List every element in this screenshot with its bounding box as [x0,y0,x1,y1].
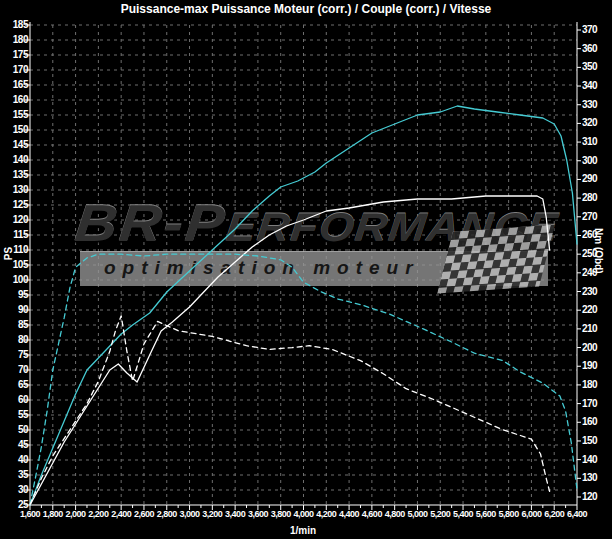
x-tick-label: 2,200 [83,509,113,519]
y-right-tick-label: 370 [582,25,612,35]
x-tick-label: 3,000 [175,509,205,519]
y-right-tick-label: 160 [582,417,612,427]
y-right-tick-label: 170 [582,399,612,409]
y-right-tick-label: 190 [582,361,612,371]
y-left-tick-label: 80 [2,335,28,345]
y-left-tick-label: 30 [2,485,28,495]
y-left-tick-label: 70 [2,365,28,375]
y-right-tick-label: 340 [582,81,612,91]
y-left-tick-label: 50 [2,425,28,435]
y-left-tick-label: 125 [2,200,28,210]
y-right-tick-label: 250 [582,249,612,259]
watermark-checkered-flag-icon [437,225,555,294]
y-right-tick-label: 300 [582,156,612,166]
x-tick-label: 4,800 [380,509,410,519]
y-left-tick-label: 130 [2,185,28,195]
x-tick-label: 3,400 [220,509,250,519]
y-left-tick-label: 180 [2,35,28,45]
x-tick-label: 5,000 [402,509,432,519]
x-tick-label: 2,000 [61,509,91,519]
y-right-tick-label: 150 [582,436,612,446]
x-tick-label: 3,800 [266,509,296,519]
y-left-tick-label: 175 [2,50,28,60]
y-left-tick-label: 100 [2,275,28,285]
x-tick-label: 2,800 [152,509,182,519]
y-axis-left-unit: PS [3,242,14,266]
x-tick-label: 1,600 [15,509,45,519]
y-right-tick-label: 330 [582,100,612,110]
y-left-tick-label: 120 [2,215,28,225]
watermark-band-text: optimisation moteur [104,257,420,279]
y-right-tick-label: 290 [582,174,612,184]
y-left-tick-label: 75 [2,350,28,360]
chart-title: Puissance-max Puissance Moteur (corr.) /… [0,2,612,16]
x-axis-unit: 1/min [263,525,343,536]
y-right-tick-label: 360 [582,44,612,54]
y-right-tick-label: 210 [582,324,612,334]
series-solid-left [30,106,577,505]
x-tick-label: 2,600 [129,509,159,519]
y-right-tick-label: 230 [582,287,612,297]
y-left-tick-label: 135 [2,170,28,180]
y-left-tick-label: 115 [2,230,28,240]
y-right-tick-label: 320 [582,118,612,128]
x-tick-label: 4,200 [311,509,341,519]
x-tick-label: 5,800 [494,509,524,519]
x-tick-label: 1,800 [38,509,68,519]
y-right-tick-label: 310 [582,137,612,147]
y-left-tick-label: 150 [2,125,28,135]
y-right-tick-label: 240 [582,268,612,278]
x-tick-label: 6,200 [539,509,569,519]
y-left-tick-label: 40 [2,455,28,465]
y-left-tick-label: 165 [2,80,28,90]
y-left-tick-label: 25 [2,500,28,510]
y-left-tick-label: 95 [2,290,28,300]
y-left-tick-label: 155 [2,110,28,120]
y-left-tick-label: 170 [2,65,28,75]
y-left-tick-label: 65 [2,380,28,390]
y-right-tick-label: 130 [582,473,612,483]
watermark-logo-big: BR-P [72,194,229,252]
y-left-tick-label: 60 [2,395,28,405]
y-right-tick-label: 200 [582,343,612,353]
series-dashed-right [30,254,577,504]
x-tick-label: 4,000 [289,509,319,519]
y-left-tick-label: 90 [2,305,28,315]
dyno-chart: Puissance-max Puissance Moteur (corr.) /… [0,0,612,539]
x-tick-label: 3,200 [197,509,227,519]
x-tick-label: 5,200 [425,509,455,519]
series-dashed-right [30,316,550,505]
x-tick-label: 2,400 [106,509,136,519]
x-tick-label: 4,400 [334,509,364,519]
y-left-tick-label: 185 [2,20,28,30]
y-left-tick-label: 35 [2,470,28,480]
y-right-tick-label: 140 [582,455,612,465]
y-left-tick-label: 145 [2,140,28,150]
y-left-tick-label: 140 [2,155,28,165]
y-left-tick-label: 55 [2,410,28,420]
y-left-tick-label: 85 [2,320,28,330]
y-right-tick-label: 180 [582,380,612,390]
y-left-tick-label: 160 [2,95,28,105]
y-left-tick-label: 45 [2,440,28,450]
y-left-tick-label: 105 [2,260,28,270]
x-tick-label: 4,600 [357,509,387,519]
x-tick-label: 5,400 [448,509,478,519]
y-right-tick-label: 220 [582,305,612,315]
x-tick-label: 5,600 [471,509,501,519]
x-tick-label: 3,600 [243,509,273,519]
x-tick-label: 6,000 [516,509,546,519]
y-right-tick-label: 120 [582,492,612,502]
y-right-tick-label: 350 [582,62,612,72]
y-left-tick-label: 110 [2,245,28,255]
x-tick-label: 6,400 [562,509,592,519]
